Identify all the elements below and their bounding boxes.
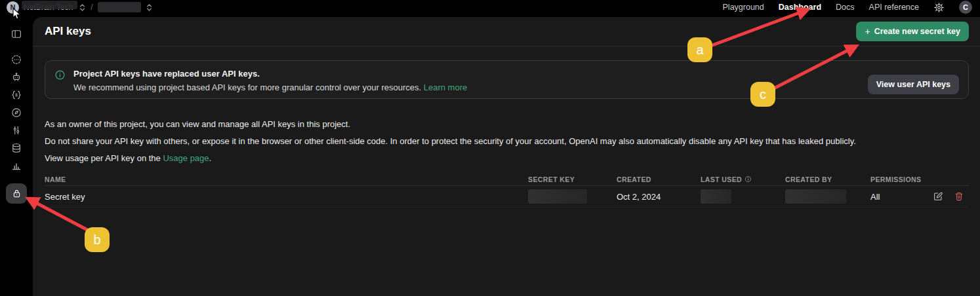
- edit-key-button[interactable]: [933, 191, 943, 202]
- usage-text: View usage per API key on the: [45, 153, 163, 163]
- gear-icon[interactable]: [933, 2, 945, 13]
- braces-list-icon: [10, 89, 22, 101]
- nav-docs[interactable]: Docs: [836, 3, 854, 12]
- bar-chart-icon: [10, 160, 22, 172]
- banner-title: Project API keys have replaced user API …: [73, 69, 868, 79]
- sidebar-item-storage[interactable]: [5, 139, 28, 157]
- usage-text-suffix: .: [209, 153, 212, 163]
- robot-icon: [10, 71, 22, 83]
- trash-icon: [954, 191, 964, 202]
- nav-api-reference[interactable]: API reference: [869, 3, 919, 12]
- mouse-cursor-icon: [11, 7, 22, 20]
- permissions-cell: All: [870, 192, 931, 202]
- app-window: N NetBrain Tech / Playground Dashboard D…: [0, 0, 980, 296]
- edit-pencil-icon: [933, 191, 943, 202]
- sliders-icon: [10, 124, 22, 136]
- nav-dashboard[interactable]: Dashboard: [779, 3, 821, 12]
- col-permissions: PERMISSIONS: [870, 176, 931, 183]
- sidebar-item-usage[interactable]: [5, 157, 28, 174]
- banner-texts: Project API keys have replaced user API …: [73, 69, 868, 92]
- banner-body: We recommend using project based API key…: [73, 83, 868, 92]
- org-name-redaction: [22, 1, 77, 9]
- org-selector[interactable]: NetBrain Tech: [24, 3, 74, 12]
- paragraph-owner: As an owner of this project, you can vie…: [45, 120, 969, 128]
- panel-toggle-icon: [10, 28, 22, 40]
- annotation-badge-b: b: [85, 227, 110, 252]
- secret-key-redaction: [528, 189, 587, 204]
- description-paragraphs: As an owner of this project, you can vie…: [45, 120, 969, 171]
- created-by-cell: [785, 189, 870, 204]
- sidebar-item-assistants[interactable]: [5, 68, 28, 86]
- top-nav: Playground Dashboard Docs API reference …: [723, 1, 972, 14]
- table-row: Secret key Oct 2, 2024 All: [45, 186, 969, 208]
- row-actions: [931, 191, 969, 202]
- project-name-redaction[interactable]: [98, 2, 141, 12]
- view-user-api-keys-button[interactable]: View user API keys: [868, 75, 959, 94]
- user-avatar[interactable]: C: [959, 1, 972, 14]
- col-name: NAME: [45, 176, 528, 183]
- table-header-row: NAME SECRET KEY CREATED LAST USED CREATE…: [45, 173, 969, 186]
- nav-playground[interactable]: Playground: [723, 3, 764, 12]
- secret-key-cell: [528, 189, 617, 204]
- org-project-switcher: N NetBrain Tech /: [7, 1, 153, 14]
- delete-key-button[interactable]: [954, 191, 964, 202]
- sidebar-item-fine-tuning[interactable]: [5, 121, 28, 139]
- page-header: API keys + Create new secret key: [33, 17, 980, 46]
- sidebar-item-chat[interactable]: [5, 50, 28, 68]
- info-banner: Project API keys have replaced user API …: [45, 60, 969, 99]
- api-keys-table: NAME SECRET KEY CREATED LAST USED CREATE…: [45, 173, 969, 208]
- info-circle-icon[interactable]: [745, 176, 752, 183]
- paragraph-security: Do not share your API key with others, o…: [45, 137, 969, 145]
- sidebar-item-toggle[interactable]: [5, 25, 28, 43]
- path-separator: /: [91, 3, 92, 12]
- col-last-used: LAST USED: [701, 176, 785, 183]
- key-name-cell: Secret key: [45, 192, 528, 202]
- chevron-up-down-icon[interactable]: [146, 3, 153, 12]
- sidebar-item-api-keys[interactable]: [6, 183, 27, 204]
- last-used-cell: [701, 189, 785, 204]
- annotation-badge-a: a: [687, 37, 712, 62]
- create-secret-key-label: Create new secret key: [874, 27, 960, 36]
- info-circle-icon: [54, 69, 66, 81]
- created-by-redaction: [785, 189, 846, 204]
- banner-body-text: We recommend using project based API key…: [73, 83, 424, 92]
- lock-icon: [11, 188, 22, 199]
- learn-more-link[interactable]: Learn more: [424, 83, 467, 92]
- last-used-redaction: [701, 189, 731, 204]
- icon-sidebar: [0, 17, 33, 296]
- main-panel: API keys + Create new secret key Project…: [33, 17, 980, 296]
- col-secret-key: SECRET KEY: [528, 176, 617, 183]
- sidebar-item-batches[interactable]: [5, 86, 28, 103]
- col-created-by: CREATED BY: [785, 176, 870, 183]
- top-bar: N NetBrain Tech / Playground Dashboard D…: [0, 0, 980, 17]
- chat-bubble-icon: [10, 54, 22, 65]
- chevron-up-down-icon[interactable]: [79, 3, 86, 12]
- create-secret-key-button[interactable]: + Create new secret key: [856, 22, 969, 41]
- plus-icon: +: [865, 26, 870, 37]
- paragraph-usage: View usage per API key on the Usage page…: [45, 154, 969, 162]
- created-cell: Oct 2, 2024: [617, 192, 701, 202]
- compass-icon: [10, 107, 22, 119]
- col-last-used-label: LAST USED: [701, 176, 742, 183]
- page-title: API keys: [45, 25, 91, 38]
- usage-page-link[interactable]: Usage page: [163, 153, 209, 163]
- sidebar-item-explore[interactable]: [5, 103, 28, 121]
- annotation-badge-c: c: [750, 82, 775, 107]
- col-created: CREATED: [617, 176, 701, 183]
- database-icon: [10, 142, 22, 154]
